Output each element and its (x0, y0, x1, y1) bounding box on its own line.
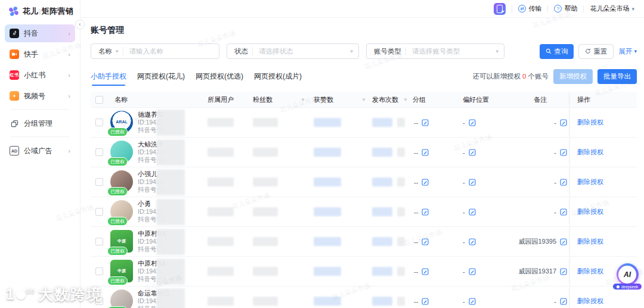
reset-button[interactable]: 重置 (578, 44, 614, 59)
delete-authorization-link[interactable]: 删除授权 (577, 148, 603, 157)
table-row: ARAL 已授权 德遨养车 ID:19422 抖音号:91 -- - (91, 108, 637, 138)
tab-assistant-auth[interactable]: 小助手授权 (91, 71, 126, 86)
edit-group-icon[interactable] (422, 268, 429, 275)
row-checkbox[interactable] (95, 178, 103, 186)
sort-icon[interactable]: ▼ (361, 97, 366, 102)
tab-web-auth-huaer[interactable]: 网页授权(花儿) (137, 71, 185, 86)
client-app-icon[interactable] (494, 3, 506, 15)
search-button[interactable]: 查询 (540, 44, 574, 59)
sidebar-collapse-button[interactable]: ‹ (75, 20, 85, 29)
column-header-likes[interactable]: 获赞数▼ (311, 92, 372, 107)
edit-remark-icon[interactable] (560, 179, 567, 186)
row-checkbox[interactable] (95, 297, 103, 305)
edit-position-icon[interactable] (469, 268, 476, 275)
column-header-position: 偏好位置 (442, 92, 514, 107)
delete-authorization-link[interactable]: 删除授权 (577, 267, 603, 276)
row-checkbox[interactable] (95, 267, 103, 275)
group-cell: -- (409, 197, 442, 226)
edit-group-icon[interactable] (422, 209, 429, 216)
fans-cell (249, 287, 311, 308)
market-account-menu[interactable]: 花儿朵朵市场 ▾ (590, 4, 634, 13)
edit-group-icon[interactable] (422, 149, 429, 156)
sidebar-item-shipinhao[interactable]: 视频号 › (5, 87, 75, 105)
sidebar-item-kuaishou[interactable]: 快手 › (5, 45, 75, 63)
column-header-posts[interactable]: 发布次数▼ (372, 92, 409, 107)
edit-remark-icon[interactable] (560, 238, 567, 245)
row-checkbox[interactable] (95, 119, 103, 126)
name-filter[interactable]: 名称 ▾ 请输入名称 (91, 43, 219, 59)
table-toolbar: 还可以新增授权0个账号 新增授权 批量导出 (473, 69, 637, 86)
row-checkbox[interactable] (95, 238, 103, 245)
column-header-fans[interactable]: 粉丝数▼ (249, 92, 311, 107)
edit-group-icon[interactable] (422, 119, 429, 126)
edit-remark-icon[interactable] (560, 149, 567, 156)
delete-authorization-link[interactable]: 删除授权 (577, 178, 603, 186)
transfer-button[interactable]: ⇄ 传输 (518, 4, 541, 13)
status-filter[interactable]: 状态 请选择状态 ▾ (227, 43, 359, 59)
delete-authorization-link[interactable]: 删除授权 (577, 237, 603, 246)
ai-assistant-button[interactable]: AI deepseek (615, 263, 640, 285)
sidebar-item-xiaohongshu[interactable]: 红书 小红书 › (5, 66, 75, 84)
sidebar-item-label: 视频号 (24, 91, 45, 101)
sidebar-item-label: 公域广告 (24, 146, 52, 156)
row-checkbox[interactable] (95, 208, 103, 216)
avatar-text: 中原 (117, 238, 126, 244)
edit-remark-icon[interactable] (560, 119, 567, 126)
delete-authorization-link[interactable]: 删除授权 (577, 297, 603, 306)
sidebar-item-public-ads[interactable]: AD 公域广告 › (5, 142, 75, 160)
edit-remark-icon[interactable] (560, 298, 567, 305)
table-row: 已授权 大鲸洗干 ID:19422 抖音号:40 -- - - (91, 138, 637, 167)
edit-remark-icon[interactable] (560, 268, 567, 275)
edit-group-icon[interactable] (422, 238, 429, 245)
ai-ring: AI (617, 263, 639, 285)
edit-position-icon[interactable] (469, 298, 476, 305)
edit-position-icon[interactable] (469, 238, 476, 245)
help-button[interactable]: ? 帮助 (554, 4, 577, 13)
account-type-filter[interactable]: 账号类型 请选择账号类型 ▾ (366, 43, 504, 59)
account-name-cell: 已授权 命运靠自己 ID:19421 抖音号:dy (107, 287, 208, 308)
ai-label: AI (618, 266, 636, 284)
edit-position-icon[interactable] (469, 149, 476, 156)
account-type-select[interactable]: 请选择账号类型 (406, 47, 496, 56)
sidebar-item-douyin[interactable]: 抖音 › (5, 24, 75, 42)
fans-cell (249, 108, 311, 137)
tab-web-auth-chengpian[interactable]: 网页授权(成片) (254, 71, 302, 86)
batch-export-button[interactable]: 批量导出 (597, 69, 637, 84)
status-select[interactable]: 请选择状态 (253, 47, 350, 56)
edit-group-icon[interactable] (422, 179, 429, 186)
account-type-label: 账号类型 (367, 47, 405, 56)
edit-remark-icon[interactable] (560, 209, 567, 216)
edit-position-icon[interactable] (469, 119, 476, 126)
avatar-text: 中原 (117, 268, 126, 274)
delete-authorization-link[interactable]: 删除授权 (577, 207, 603, 216)
edit-position-icon[interactable] (469, 209, 476, 216)
redacted-block (156, 110, 185, 136)
expand-toggle[interactable]: 展开 ▾ (618, 47, 637, 56)
name-field-select[interactable]: 名称 ▾ (91, 47, 123, 56)
tab-bar: 小助手授权 网页授权(花儿) 网页授权(优选) 网页授权(成片) 还可以新增授权… (91, 69, 637, 86)
sort-icon[interactable]: ▼ (301, 97, 305, 102)
row-checkbox[interactable] (95, 148, 103, 156)
chevron-down-icon: ▾ (496, 48, 499, 54)
delete-authorization-link[interactable]: 删除授权 (577, 118, 603, 127)
authorized-badge: 已授权 (107, 157, 128, 166)
remark-cell: - (514, 167, 569, 197)
help-label: 帮助 (564, 4, 577, 13)
table-row: 已授权 小勇 ID:19422 抖音号:12 -- - - (91, 197, 637, 227)
add-authorization-button[interactable]: 新增授权 (553, 69, 593, 84)
edit-group-icon[interactable] (422, 298, 429, 305)
sidebar-item-group-management[interactable]: 分组管理 (5, 114, 75, 132)
action-cell: 删除授权 (569, 108, 637, 137)
table-row: 中原 已授权 中原村BA ID:19422 抖音号:78 -- - (91, 227, 637, 257)
edit-position-icon[interactable] (469, 179, 476, 186)
owner-cell (208, 108, 249, 137)
name-input[interactable]: 请输入名称 (123, 47, 219, 56)
table-body: ARAL 已授权 德遨养车 ID:19422 抖音号:91 -- - (91, 108, 637, 308)
select-all-checkbox[interactable] (95, 96, 103, 104)
likes-cell (311, 227, 372, 256)
sort-icon[interactable]: ▼ (403, 97, 408, 102)
redacted-block (156, 169, 185, 195)
sidebar: 花儿|矩阵营销 ‹ 抖音 › 快手 › 红书 小红书 › (0, 0, 80, 308)
topbar-divider (512, 5, 512, 13)
tab-web-auth-youxuan[interactable]: 网页授权(优选) (196, 71, 243, 86)
